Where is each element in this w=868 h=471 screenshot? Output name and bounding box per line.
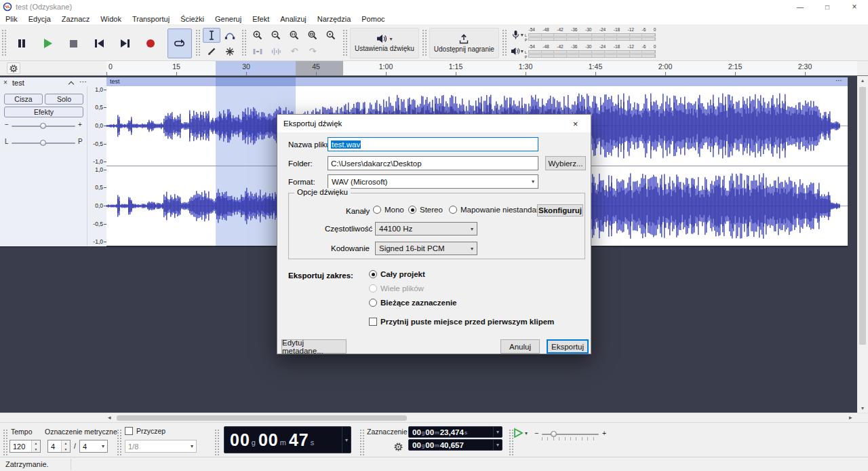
share-grip[interactable] bbox=[422, 29, 427, 57]
snap-grip[interactable] bbox=[117, 429, 121, 457]
zoom-fit-project-button[interactable] bbox=[304, 28, 321, 43]
solo-button[interactable]: Solo bbox=[45, 94, 83, 105]
skip-to-end-button[interactable] bbox=[113, 29, 137, 58]
selection-grip[interactable] bbox=[359, 429, 364, 457]
snap-combo[interactable]: 1/8 ▾ bbox=[125, 440, 197, 453]
menu-generuj[interactable]: Generuj bbox=[210, 14, 247, 25]
time-sig-lower-combo[interactable]: 4 ▾ bbox=[79, 440, 108, 453]
zoom-in-button[interactable] bbox=[249, 28, 267, 43]
track-control-panel[interactable]: × test ⋯ Cisza Solo Efekty − + L P 1,0 0… bbox=[0, 77, 106, 247]
recording-meter[interactable]: ▾ L P -54-48-42-36-30-24-18-12-60 bbox=[511, 27, 656, 42]
record-button[interactable] bbox=[138, 29, 163, 58]
effects-button[interactable]: Efekty bbox=[4, 107, 83, 117]
snap-checkbox[interactable]: Przyczep bbox=[125, 427, 165, 435]
mute-button[interactable]: Cisza bbox=[4, 94, 43, 105]
snap-checkbox-box[interactable] bbox=[125, 427, 133, 435]
export-button[interactable]: Eksportuj bbox=[547, 339, 589, 354]
edit-toolbar-grip[interactable] bbox=[241, 29, 246, 57]
selection-tool-button[interactable] bbox=[203, 28, 220, 43]
audio-setup-button[interactable]: ▾ Ustawienia dźwięku bbox=[350, 28, 419, 58]
menu-narzedzia[interactable]: Narzędzia bbox=[312, 14, 357, 25]
close-button[interactable]: × bbox=[841, 0, 868, 14]
scroll-down-icon[interactable]: ▾ bbox=[857, 405, 868, 411]
time-ruler[interactable]: 0 15 30 45 1:00 1:15 1:30 1:45 2:00 2:15… bbox=[106, 61, 857, 75]
range-whole-project-radio[interactable]: Cały projekt bbox=[369, 270, 425, 278]
track-collapse-icon[interactable] bbox=[68, 81, 74, 87]
format-combo[interactable]: WAV (Microsoft) ▾ bbox=[328, 174, 538, 189]
edit-metadata-button[interactable]: Edytuj metadane... bbox=[281, 339, 347, 354]
undo-button[interactable]: ↶ bbox=[285, 44, 303, 59]
trim-silence-checkbox-box[interactable] bbox=[369, 318, 377, 326]
audio-setup-grip[interactable] bbox=[342, 29, 347, 57]
clip-title-bar[interactable]: test ⋯ bbox=[106, 77, 848, 86]
browse-button[interactable]: Wybierz... bbox=[545, 156, 586, 170]
trim-audio-button[interactable] bbox=[249, 44, 267, 59]
menu-edycja[interactable]: Edycja bbox=[23, 14, 56, 25]
redo-button[interactable]: ↷ bbox=[304, 44, 321, 59]
maximize-button[interactable]: □ bbox=[814, 0, 841, 14]
minimize-button[interactable]: — bbox=[787, 0, 814, 14]
selection-options-button[interactable] bbox=[392, 441, 404, 452]
track-menu-icon[interactable]: ⋯ bbox=[79, 77, 87, 86]
vertical-scrollbar[interactable]: ▴ ▾ bbox=[857, 76, 868, 413]
menu-sciezki[interactable]: Ścieżki bbox=[175, 14, 210, 25]
menu-efekt[interactable]: Efekt bbox=[247, 14, 275, 25]
horizontal-scroll-thumb[interactable] bbox=[117, 415, 407, 421]
folder-input[interactable]: C:\Users\dakarcz\Desktop bbox=[328, 156, 538, 170]
time-sig-spinner[interactable]: ▴▾ bbox=[61, 440, 70, 452]
play-at-speed-button[interactable]: ▾ bbox=[513, 428, 528, 438]
track-name[interactable]: test bbox=[12, 79, 24, 87]
menu-zaznacz[interactable]: Zaznacz bbox=[56, 14, 96, 25]
multi-tool-button[interactable] bbox=[221, 44, 239, 59]
selection-end-field[interactable]: 00g 00m 40,657▾ bbox=[408, 439, 502, 451]
pause-button[interactable] bbox=[9, 29, 34, 58]
time-sig-upper-input[interactable]: 4 ▴▾ bbox=[47, 440, 71, 453]
transport-toolbar-grip[interactable] bbox=[1, 29, 6, 57]
pan-slider-thumb[interactable] bbox=[40, 140, 46, 146]
scroll-up-icon[interactable]: ▴ bbox=[857, 77, 868, 83]
clip-menu-icon[interactable]: ⋯ bbox=[835, 77, 842, 84]
vertical-scroll-thumb[interactable] bbox=[859, 87, 866, 345]
channels-mono-radio[interactable]: Mono bbox=[373, 206, 404, 214]
gain-slider-thumb[interactable] bbox=[40, 123, 46, 129]
track-close-icon[interactable]: × bbox=[3, 79, 7, 86]
range-current-selection-radio[interactable]: Bieżące zaznaczenie bbox=[369, 299, 457, 307]
dialog-close-button[interactable]: × bbox=[560, 115, 591, 132]
zoom-out-button[interactable] bbox=[267, 28, 285, 43]
meter-grip[interactable] bbox=[502, 29, 507, 57]
zoom-selection-button[interactable] bbox=[285, 28, 303, 43]
dialog-title-bar[interactable]: Eksportuj dźwięk × bbox=[277, 115, 591, 132]
share-audio-button[interactable]: Udostępnij nagranie bbox=[429, 28, 499, 58]
playback-meter[interactable]: ▾ L P -54-48-42-36-30-24-18-12-60 bbox=[511, 44, 656, 59]
time-sig-grip[interactable] bbox=[3, 429, 7, 457]
draw-tool-button[interactable] bbox=[203, 44, 220, 59]
scroll-left-icon[interactable]: ◂ bbox=[108, 414, 111, 421]
menu-analizuj[interactable]: Analizuj bbox=[275, 14, 312, 25]
zoom-toggle-button[interactable] bbox=[322, 28, 340, 43]
menu-plik[interactable]: Plik bbox=[0, 14, 23, 25]
tools-toolbar-grip[interactable] bbox=[195, 29, 200, 57]
time-display-grip[interactable] bbox=[214, 429, 219, 457]
silence-audio-button[interactable] bbox=[267, 44, 285, 59]
scroll-right-icon[interactable]: ▸ bbox=[849, 414, 852, 421]
selection-start-field[interactable]: 00g 00m 23,474s ▾ bbox=[408, 426, 502, 438]
skip-to-start-button[interactable] bbox=[87, 29, 111, 58]
configure-button[interactable]: Skonfiguruj bbox=[537, 204, 583, 216]
menu-transportuj[interactable]: Transportuj bbox=[127, 14, 175, 25]
horizontal-scrollbar[interactable]: ◂ ▸ bbox=[0, 413, 868, 422]
encoding-combo[interactable]: Signed 16-bit PCM ▾ bbox=[375, 242, 477, 255]
envelope-tool-button[interactable] bbox=[221, 28, 239, 43]
tempo-spinner[interactable]: ▴▾ bbox=[31, 440, 40, 452]
time-display[interactable]: 00g 00m 47s ▾ bbox=[224, 426, 351, 453]
menu-widok[interactable]: Widok bbox=[95, 14, 127, 25]
channels-stereo-radio[interactable]: Stereo bbox=[408, 206, 443, 214]
loop-button[interactable] bbox=[167, 29, 192, 58]
file-name-input[interactable]: test.wav bbox=[328, 137, 538, 151]
trim-silence-checkbox[interactable]: Przytnij puste miejsce przed pierwszym k… bbox=[369, 318, 554, 326]
play-speed-thumb[interactable] bbox=[551, 431, 557, 437]
sample-rate-combo[interactable]: 44100 Hz ▾ bbox=[375, 222, 477, 236]
tempo-input[interactable]: 120 ▴▾ bbox=[9, 440, 41, 453]
menu-pomoc[interactable]: Pomoc bbox=[356, 14, 390, 25]
cancel-button[interactable]: Anuluj bbox=[500, 339, 540, 354]
stop-button[interactable] bbox=[61, 29, 85, 58]
